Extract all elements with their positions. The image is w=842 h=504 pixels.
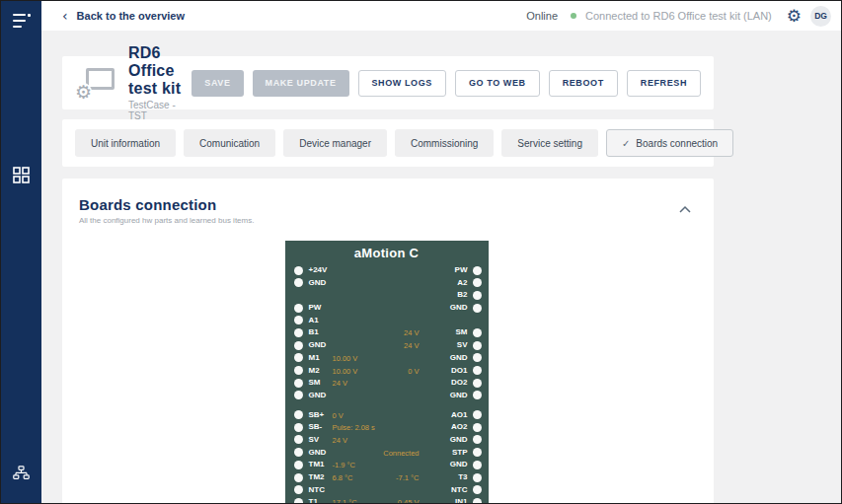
pin-label-left: GND — [309, 340, 327, 349]
pin-dot-icon — [294, 278, 303, 287]
make-update-button[interactable]: MAKE UPDATE — [253, 70, 349, 97]
tab-service-setting[interactable]: Service setting — [501, 129, 598, 157]
pin-dot-icon — [294, 423, 303, 432]
pin-label-right: AO1 — [451, 410, 467, 419]
pin-value-right: 24 V — [404, 328, 419, 337]
pin-dot-icon — [294, 341, 303, 350]
pin-dot-icon — [473, 291, 482, 300]
reboot-button[interactable]: REBOOT — [549, 70, 618, 97]
pin-dot-icon — [294, 328, 303, 337]
pin-label-right: STP — [452, 448, 468, 457]
pin-label-right: SM — [456, 327, 468, 336]
pin-label-right: GND — [450, 303, 468, 312]
pin-label-right: B2 — [457, 290, 467, 299]
pin-label-right: PW — [455, 265, 468, 274]
pin-label-left: TM1 — [309, 460, 325, 468]
save-button[interactable]: SAVE — [191, 70, 243, 97]
tab-unit-information[interactable]: Unit information — [75, 129, 176, 157]
pin-dot-icon — [294, 498, 303, 504]
tab-boards-connection[interactable]: ✓Boards connection — [606, 129, 733, 157]
pin-value-left: 24 V — [333, 436, 347, 445]
back-chevron-icon: ‹ — [62, 11, 68, 21]
pin-label-right: A2 — [457, 278, 467, 287]
pin-dot-icon — [294, 391, 303, 399]
board-row: SV24 VGND — [285, 434, 489, 447]
pin-label-left: T1 — [309, 497, 318, 504]
page-title: RD6 Office test kit — [128, 44, 191, 98]
settings-gear-icon[interactable]: ⚙ — [787, 8, 802, 25]
board-row: M210.00 V0 VDO1 — [285, 365, 489, 378]
pin-label-right: GND — [450, 353, 468, 362]
pin-label-left: GND — [309, 391, 327, 399]
refresh-button[interactable]: REFRESH — [627, 70, 701, 97]
board-pin-rows: +24VPWGNDA2B2PWGNDA1B124 VSMGND24 VSVM11… — [285, 264, 489, 504]
go-to-web-button[interactable]: GO TO WEB — [455, 70, 540, 97]
topbar-right: Online Connected to RD6 Office test kit … — [526, 6, 831, 27]
pin-dot-icon — [473, 461, 482, 469]
board-row: TM26.8 °C-7.1 °CT3 — [285, 471, 489, 484]
board-row-gap — [285, 402, 489, 409]
check-icon: ✓ — [622, 138, 630, 149]
board-row: SB+0 VAO1 — [285, 409, 489, 422]
board-row: SM24 VDO2 — [285, 377, 489, 390]
pin-value-right: 24 V — [404, 341, 419, 350]
pin-dot-icon — [473, 366, 482, 375]
pin-value-left: 17.1 °C — [333, 498, 357, 504]
board-title: aMotion C — [285, 241, 489, 260]
tab-device-manager[interactable]: Device manager — [283, 129, 387, 157]
tab-label: Unit information — [91, 138, 160, 149]
collapse-section-button[interactable] — [678, 200, 692, 210]
pin-dot-icon — [473, 435, 482, 444]
grid-icon — [13, 167, 30, 183]
pin-label-left: GND — [309, 448, 327, 457]
unit-titles: RD6 Office test kit TestCase - TST — [128, 44, 191, 121]
pin-label-left: SV — [309, 435, 320, 444]
tab-comunication[interactable]: Comunication — [184, 129, 275, 157]
show-logs-button[interactable]: SHOW LOGS — [358, 70, 446, 97]
pin-label-right: SV — [457, 340, 468, 349]
pin-value-left: 0 V — [333, 411, 344, 420]
pin-label-left: GND — [309, 278, 327, 287]
sidebar-item-dashboard[interactable] — [1, 158, 41, 191]
pin-dot-icon — [473, 328, 482, 337]
pin-value-right: -7.1 °C — [396, 473, 419, 482]
pin-value-left: 24 V — [333, 379, 347, 388]
tab-commissioning[interactable]: Commissioning — [395, 129, 494, 157]
pin-label-right: GND — [450, 391, 468, 399]
sitemap-icon — [13, 466, 30, 480]
sidebar-item-network[interactable] — [1, 456, 41, 489]
pin-label-left: TM2 — [309, 472, 325, 481]
pin-value-right: Connected — [383, 449, 419, 458]
pin-value-left: 10.00 V — [333, 354, 358, 363]
pin-label-right: AO2 — [451, 422, 467, 431]
board-row: GNDConnectedSTP — [285, 447, 489, 460]
pin-dot-icon — [473, 266, 482, 275]
user-avatar[interactable]: DG — [810, 6, 831, 27]
board-row: GNDA2 — [285, 277, 489, 290]
pin-dot-icon — [473, 498, 482, 504]
tab-label: Commissioning — [411, 138, 478, 149]
pin-dot-icon — [473, 341, 482, 350]
pin-label-left: M1 — [309, 353, 320, 362]
pin-value-left: 10.00 V — [333, 367, 358, 376]
pin-label-right: GND — [450, 460, 468, 468]
pin-dot-icon — [473, 485, 482, 494]
board-row: +24VPW — [285, 264, 489, 277]
pin-dot-icon — [294, 379, 303, 388]
pin-label-right: NTC — [451, 485, 467, 494]
pin-label-left: +24V — [309, 265, 328, 274]
page-subtitle: TestCase - TST — [128, 100, 191, 121]
tabs-bar: Unit informationComunicationDevice manag… — [62, 119, 714, 167]
board-row: A1 — [285, 315, 489, 327]
pin-label-left: SM — [309, 378, 321, 387]
menu-button[interactable] — [1, 4, 41, 37]
pin-dot-icon — [473, 391, 482, 399]
back-to-overview-link[interactable]: ‹ Back to the overview — [62, 10, 185, 22]
board-row: GND24 VSV — [285, 339, 489, 352]
unit-device-icon: ⚙ — [75, 65, 116, 101]
pin-dot-icon — [294, 366, 303, 375]
board-row: M110.00 VGND — [285, 352, 489, 365]
pin-label-right: T3 — [458, 472, 467, 481]
unit-header-card: ⚙ RD6 Office test kit TestCase - TST SAV… — [62, 56, 714, 109]
pin-dot-icon — [294, 461, 303, 469]
